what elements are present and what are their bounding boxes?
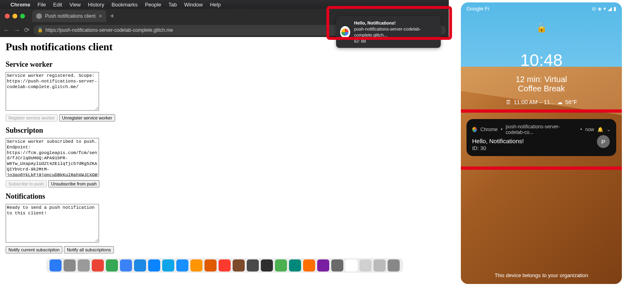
back-button[interactable]: ← <box>3 27 10 34</box>
battery-icon: ▮ <box>613 6 616 12</box>
subscribe-button: Subscribe to push <box>6 180 47 187</box>
dock-app-icon[interactable] <box>317 259 329 271</box>
phone-screenshot: Google Fi ⊝ ◈ ▾ ◢ ▮ 🔒 10:48 12 min: Virt… <box>461 2 622 284</box>
dock-app-icon[interactable] <box>303 259 315 271</box>
menu-file[interactable]: File <box>37 2 46 8</box>
chrome-app-icon <box>472 127 477 132</box>
notif-origin: push-notifications-server-codelab-co... <box>506 124 577 135</box>
dock-app-icon[interactable] <box>331 259 343 271</box>
dock-app-icon[interactable] <box>92 259 104 271</box>
calendar-event-line2: Coffee Break <box>461 84 622 93</box>
dock-app-icon[interactable] <box>247 259 259 271</box>
calendar-icon: 🗓 <box>506 99 511 105</box>
dock-app-icon[interactable] <box>120 259 132 271</box>
mac-menubar: Chrome File Edit View History Bookmarks … <box>0 0 449 9</box>
tab-favicon-icon <box>36 13 42 19</box>
device-ownership-footer: This device belongs to your organization <box>461 272 622 278</box>
notif-when: now <box>585 127 594 132</box>
dock-app-icon[interactable] <box>219 259 231 271</box>
maximize-window-icon[interactable] <box>20 14 25 19</box>
bell-icon: 🔔 <box>597 127 603 132</box>
new-tab-button[interactable]: + <box>110 12 115 21</box>
subscription-log[interactable] <box>6 138 99 177</box>
section-notifications: Notifications <box>6 192 443 201</box>
dock-app-icon[interactable] <box>289 259 301 271</box>
desktop-notification-toast[interactable]: Hello, Notifications! push-notifications… <box>336 16 441 48</box>
notif-avatar: P <box>597 135 610 148</box>
menu-bookmarks[interactable]: Bookmarks <box>111 2 138 8</box>
lock-icon: 🔒 <box>37 27 43 33</box>
unsubscribe-button[interactable]: Unsubscribe from push <box>48 180 99 187</box>
dock-app-icon[interactable] <box>204 259 217 271</box>
browser-tab[interactable]: Push notifications client × <box>32 10 106 22</box>
dock-app-icon[interactable] <box>345 259 357 271</box>
signal-icon: ◢ <box>608 6 612 12</box>
notif-app-name: Chrome <box>480 127 497 132</box>
dock-app-icon[interactable] <box>134 259 146 271</box>
service-worker-log[interactable] <box>6 72 99 111</box>
notif-body: ID: 30 <box>472 145 611 151</box>
register-sw-button: Register service worker <box>6 114 58 121</box>
menu-tab[interactable]: Tab <box>168 2 177 8</box>
notify-all-button[interactable]: Notify all subscriptions <box>64 246 114 253</box>
dnd-icon: ⊝ <box>592 6 596 12</box>
weather-temp: 56°F <box>565 99 577 105</box>
page-content: Push notifications client Service worker… <box>0 37 449 257</box>
dock-app-icon[interactable] <box>162 259 174 271</box>
menu-window[interactable]: Window <box>184 2 202 8</box>
expand-notification-icon[interactable]: ⌄ <box>607 127 611 132</box>
menu-edit[interactable]: Edit <box>53 2 62 8</box>
phone-statusbar: Google Fi ⊝ ◈ ▾ ◢ ▮ <box>461 2 622 14</box>
menubar-app-name[interactable]: Chrome <box>10 2 30 8</box>
mac-dock <box>0 257 449 274</box>
event-time: 11:00 AM – 11... <box>514 99 555 105</box>
desktop-screenshot: Chrome File Edit View History Bookmarks … <box>0 0 449 274</box>
dock-app-icon[interactable] <box>374 259 386 271</box>
weather-icon: ☁ <box>557 99 563 105</box>
dock-app-icon[interactable] <box>190 259 202 271</box>
minimize-window-icon[interactable] <box>12 14 17 19</box>
calendar-event-line1: 12 min: Virtual <box>461 75 622 84</box>
dock-app-icon[interactable] <box>275 259 287 271</box>
notify-current-button[interactable]: Notify current subscription <box>6 246 62 253</box>
dock-app-icon[interactable] <box>64 259 76 271</box>
toast-body: ID: 88 <box>354 38 437 44</box>
unregister-sw-button[interactable]: Unregister service worker <box>59 114 115 121</box>
dock-app-icon[interactable] <box>148 259 160 271</box>
section-subscription: Subscripton <box>6 126 443 135</box>
dock-app-icon[interactable] <box>233 259 245 271</box>
toast-title: Hello, Notifications! <box>354 20 437 26</box>
lock-clock: 10:48 <box>461 51 622 70</box>
dock-app-icon[interactable] <box>359 259 372 271</box>
url-text: https://push-notifications-server-codela… <box>45 27 173 33</box>
window-controls <box>0 14 30 19</box>
dock-app-icon[interactable] <box>176 259 188 271</box>
wifi-icon: ▾ <box>603 6 606 12</box>
toast-origin: push-notifications-server-codelab-comple… <box>354 26 437 38</box>
dock-app-icon[interactable] <box>78 259 90 271</box>
forward-button[interactable]: → <box>14 27 20 34</box>
menu-history[interactable]: History <box>88 2 104 8</box>
lock-screen-icon: 🔒 <box>461 23 622 33</box>
vibrate-icon: ◈ <box>598 6 602 12</box>
dock-app-icon[interactable] <box>388 259 400 271</box>
notifications-log[interactable] <box>6 204 99 243</box>
dock-app-icon[interactable] <box>261 259 273 271</box>
close-window-icon[interactable] <box>5 14 10 19</box>
android-notification[interactable]: Chrome • push-notifications-server-codel… <box>466 119 616 156</box>
dock-app-icon[interactable] <box>106 259 118 271</box>
menu-people[interactable]: People <box>145 2 161 8</box>
dock-app-icon[interactable] <box>50 259 62 271</box>
menu-help[interactable]: Help <box>210 2 221 8</box>
chrome-logo-icon <box>340 26 350 38</box>
carrier-name: Google Fi <box>466 6 489 12</box>
section-service-worker: Service worker <box>6 60 443 69</box>
reload-button[interactable]: ⟳ <box>24 26 29 34</box>
notif-title: Hello, Notifications! <box>472 138 611 144</box>
menu-view[interactable]: View <box>69 2 80 8</box>
close-tab-icon[interactable]: × <box>99 13 102 19</box>
tab-title: Push notifications client <box>45 13 95 19</box>
